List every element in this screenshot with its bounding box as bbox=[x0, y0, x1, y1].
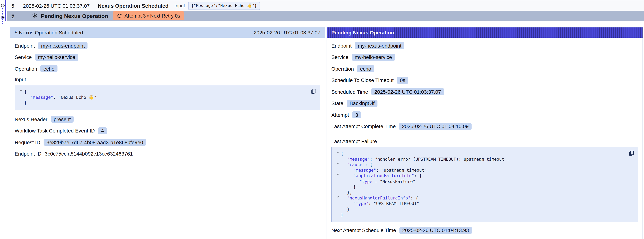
field-row: Scheduled Time2025-02-26 UTC 01:03:37.07 bbox=[331, 88, 638, 96]
running-asterisk-icon bbox=[32, 13, 37, 18]
json-text: } bbox=[347, 206, 350, 212]
field-row: Servicemy-hello-service bbox=[15, 53, 320, 61]
json-key: "message" bbox=[347, 156, 370, 162]
json-line-content: } bbox=[341, 206, 350, 212]
json-line: } bbox=[18, 100, 305, 106]
json-text: : { bbox=[410, 196, 418, 200]
field-value-badge: 3 bbox=[352, 111, 361, 118]
pending-title: Pending Nexus Operation bbox=[41, 13, 108, 19]
json-line: }, bbox=[335, 190, 623, 196]
field-row: Last Attempt Complete Time2025-02-26 UTC… bbox=[331, 122, 638, 130]
json-line-gutter bbox=[18, 94, 24, 100]
field-row: Schedule To Close Timeout0s bbox=[331, 76, 638, 84]
json-text: }, bbox=[347, 190, 352, 195]
collapse-chevron-icon[interactable] bbox=[335, 162, 341, 168]
failure-json-viewer: {"message": "handler error (UPSTREAM_TIM… bbox=[331, 146, 638, 222]
field-value-badge: my-hello-service bbox=[35, 54, 78, 60]
json-line-content: { bbox=[341, 151, 344, 156]
field-row: Servicemy-hello-service bbox=[331, 53, 638, 61]
selection-bar bbox=[5, 0, 6, 21]
json-line: { bbox=[18, 89, 305, 94]
event-input-label: Input bbox=[174, 3, 185, 8]
field-row: Operationecho bbox=[331, 65, 638, 72]
json-text: { bbox=[341, 151, 344, 156]
event-details-panel-title: 5 Nexus Operation Scheduled bbox=[15, 30, 83, 36]
right-fields-bottom: Next Attempt Schedule Time2025-02-26 UTC… bbox=[331, 226, 638, 234]
field-value-badge: 4 bbox=[98, 127, 107, 134]
field-row: Endpointmy-nexus-endpoint bbox=[15, 42, 320, 50]
json-key: "applicationFailureInfo" bbox=[353, 173, 414, 178]
right-fields-top: Endpointmy-nexus-endpointServicemy-hello… bbox=[331, 42, 638, 130]
json-line-gutter bbox=[18, 100, 24, 106]
json-text: } bbox=[353, 184, 356, 190]
json-line-content: "message": "handler error (UPSTREAM_TIME… bbox=[341, 156, 509, 162]
json-line-gutter bbox=[335, 201, 341, 206]
json-text: : { bbox=[365, 162, 372, 167]
copy-button[interactable] bbox=[310, 88, 317, 94]
field-value-badge: my-nexus-endpoint bbox=[355, 42, 404, 49]
copy-button[interactable] bbox=[628, 150, 634, 156]
json-line-content: } bbox=[341, 212, 344, 218]
field-label: Operation bbox=[15, 66, 37, 72]
event-summary-row[interactable]: 5 2025-02-26 UTC 01:03:37.07 Nexus Opera… bbox=[7, 0, 644, 11]
json-line-content: "applicationFailureInfo": { bbox=[341, 173, 422, 179]
collapse-chevron-icon[interactable] bbox=[335, 196, 341, 201]
field-row: Next Attempt Schedule Time2025-02-26 UTC… bbox=[331, 226, 638, 234]
json-line: } bbox=[335, 212, 623, 218]
collapse-chevron-icon[interactable] bbox=[335, 173, 341, 179]
event-title: Nexus Operation Scheduled bbox=[98, 3, 168, 8]
timeline-rail bbox=[0, 0, 8, 26]
pending-id-link[interactable]: 5 bbox=[11, 13, 14, 19]
field-value-badge: BackingOff bbox=[346, 100, 377, 107]
json-line-gutter bbox=[335, 179, 341, 184]
json-line-content: } bbox=[341, 184, 356, 190]
field-value-badge: 2025-02-26 UTC 01:04:13.93 bbox=[399, 227, 472, 234]
input-section-label: Input bbox=[15, 76, 320, 82]
json-line-content: } bbox=[24, 100, 27, 106]
field-row: StateBackingOff bbox=[331, 99, 638, 107]
input-json-viewer: {"Message": "Nexus Echo 👋"} bbox=[15, 85, 320, 110]
json-line-content: "type": "NexusFailure" bbox=[341, 179, 415, 184]
event-marker-open-icon[interactable] bbox=[1, 4, 4, 7]
field-value-badge: 0s bbox=[397, 77, 408, 84]
field-row: Nexus Headerpresent bbox=[15, 115, 320, 123]
event-input-badge: {"Message":"Nexus Echo 👋"} bbox=[188, 2, 260, 10]
field-label: Nexus Header bbox=[15, 116, 48, 122]
field-label: Workflow Task Completed Event ID bbox=[15, 128, 95, 134]
field-row: Attempt3 bbox=[331, 111, 638, 118]
json-line: "type": "UPSTREAM_TIMEOUT" bbox=[335, 201, 623, 206]
json-line: "message": "handler error (UPSTREAM_TIME… bbox=[335, 156, 623, 162]
json-line: "applicationFailureInfo": { bbox=[335, 173, 623, 179]
copy-icon bbox=[628, 150, 634, 156]
json-line-content: "type": "UPSTREAM_TIMEOUT" bbox=[341, 201, 419, 206]
field-value-badge: my-nexus-endpoint bbox=[38, 42, 88, 49]
event-id-link[interactable]: 5 bbox=[11, 3, 14, 8]
json-key: "message" bbox=[353, 168, 376, 173]
field-value-badge: 2025-02-26 UTC 01:04:10.09 bbox=[399, 123, 472, 130]
field-label: Last Attempt Complete Time bbox=[331, 123, 396, 129]
json-text: : "upstream timeout", bbox=[376, 168, 430, 173]
json-text: : "Nexus Echo 👋" bbox=[53, 94, 96, 100]
json-line: "cause": { bbox=[335, 162, 623, 168]
collapse-chevron-icon[interactable] bbox=[335, 151, 341, 156]
copy-icon bbox=[311, 88, 316, 94]
field-value-badge: 2025-02-26 UTC 01:03:37.07 bbox=[372, 88, 444, 95]
json-text: : "NexusFailure" bbox=[375, 179, 415, 184]
event-marker-selected-icon[interactable] bbox=[1, 16, 4, 19]
field-value-badge: my-hello-service bbox=[352, 54, 395, 60]
field-row: Endpointmy-nexus-endpoint bbox=[331, 42, 638, 50]
json-line-content: "Message": "Nexus Echo 👋" bbox=[24, 94, 96, 100]
json-line: { bbox=[335, 151, 623, 156]
attempt-badge-text: Attempt 3 • Next Retry 0s bbox=[124, 13, 180, 19]
pending-operation-row[interactable]: 5 Pending Nexus Operation Attempt 3 • Ne… bbox=[7, 10, 644, 21]
json-line-gutter bbox=[335, 190, 341, 196]
left-fields-bottom: Nexus HeaderpresentWorkflow Task Complet… bbox=[15, 115, 320, 158]
json-line-content: { bbox=[24, 89, 27, 94]
pending-operation-panel: Pending Nexus Operation Endpointmy-nexus… bbox=[326, 27, 643, 239]
field-label: Scheduled Time bbox=[331, 89, 368, 94]
json-line: } bbox=[335, 206, 623, 212]
field-value-badge: echo bbox=[40, 65, 58, 72]
collapse-chevron-icon[interactable] bbox=[18, 89, 24, 94]
field-label: Service bbox=[15, 54, 32, 60]
endpoint-id-link[interactable]: 3c0c75ccfa8144b092c13ce632463761 bbox=[45, 151, 133, 157]
